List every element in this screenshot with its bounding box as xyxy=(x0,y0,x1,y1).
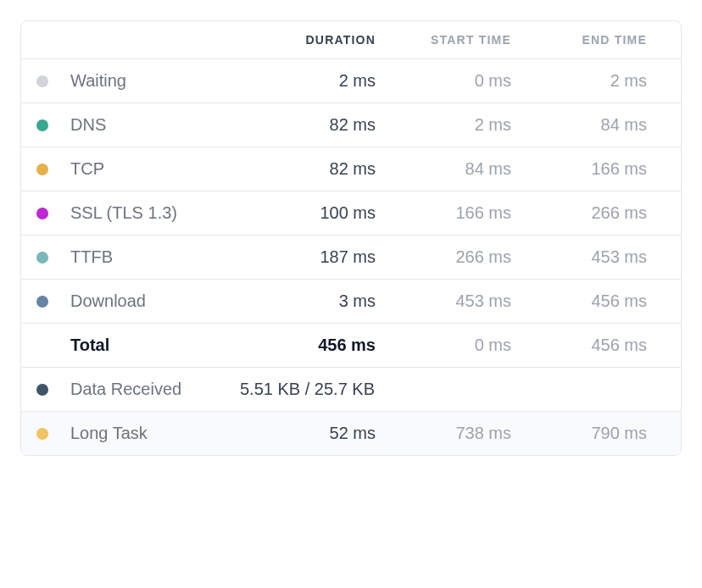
end-waiting: 2 ms xyxy=(511,71,647,91)
start-ttfb: 266 ms xyxy=(376,247,511,267)
row-dns: DNS 82 ms 2 ms 84 ms xyxy=(21,103,681,147)
end-dns: 84 ms xyxy=(511,115,647,135)
row-data-received: Data Received 5.51 KB / 25.7 KB xyxy=(21,368,681,412)
dot-download xyxy=(36,296,48,308)
label-data-received: Data Received xyxy=(70,380,240,399)
duration-tcp: 82 ms xyxy=(240,159,376,179)
dot-ttfb xyxy=(36,252,48,263)
start-ssl: 166 ms xyxy=(376,203,511,223)
dot-waiting xyxy=(36,75,48,87)
label-ttfb: TTFB xyxy=(70,247,240,267)
start-tcp: 84 ms xyxy=(376,159,511,179)
duration-long-task: 52 ms xyxy=(240,424,376,443)
label-waiting: Waiting xyxy=(70,71,240,91)
duration-ttfb: 187 ms xyxy=(240,247,376,267)
duration-waiting: 2 ms xyxy=(240,71,376,91)
start-waiting: 0 ms xyxy=(376,71,511,91)
end-ttfb: 453 ms xyxy=(511,247,647,267)
header-start-time: START TIME xyxy=(376,33,511,47)
value-data-received: 5.51 KB / 25.7 KB xyxy=(240,380,647,399)
label-tcp: TCP xyxy=(70,159,240,179)
end-ssl: 266 ms xyxy=(511,203,647,223)
row-ttfb: TTFB 187 ms 266 ms 453 ms xyxy=(21,236,681,280)
duration-ssl: 100 ms xyxy=(240,203,376,223)
dot-ssl xyxy=(36,208,48,219)
row-download: Download 3 ms 453 ms 456 ms xyxy=(21,280,681,324)
dot-dns xyxy=(36,119,48,131)
row-waiting: Waiting 2 ms 0 ms 2 ms xyxy=(21,59,681,103)
header-end-time: END TIME xyxy=(511,33,647,47)
duration-total: 456 ms xyxy=(240,336,376,355)
dot-data-received xyxy=(36,384,48,396)
duration-download: 3 ms xyxy=(240,291,376,311)
header-duration: DURATION xyxy=(240,33,376,47)
end-download: 456 ms xyxy=(511,291,647,311)
label-ssl: SSL (TLS 1.3) xyxy=(70,203,240,223)
duration-dns: 82 ms xyxy=(240,115,376,135)
end-tcp: 166 ms xyxy=(511,159,647,179)
label-total: Total xyxy=(70,336,240,355)
label-long-task: Long Task xyxy=(70,424,240,443)
timing-card: DURATION START TIME END TIME Waiting 2 m… xyxy=(20,20,682,456)
start-total: 0 ms xyxy=(376,336,511,355)
label-download: Download xyxy=(70,291,240,311)
end-long-task: 790 ms xyxy=(511,424,647,443)
start-dns: 2 ms xyxy=(376,115,511,135)
start-download: 453 ms xyxy=(376,291,511,311)
row-ssl: SSL (TLS 1.3) 100 ms 166 ms 266 ms xyxy=(21,191,681,236)
row-long-task: Long Task 52 ms 738 ms 790 ms xyxy=(21,412,681,455)
dot-long-task xyxy=(36,428,48,440)
header-row: DURATION START TIME END TIME xyxy=(21,21,681,59)
row-tcp: TCP 82 ms 84 ms 166 ms xyxy=(21,147,681,191)
row-total: Total 456 ms 0 ms 456 ms xyxy=(21,324,681,368)
dot-tcp xyxy=(36,164,48,175)
end-total: 456 ms xyxy=(511,336,647,355)
start-long-task: 738 ms xyxy=(376,424,511,443)
label-dns: DNS xyxy=(70,115,240,135)
